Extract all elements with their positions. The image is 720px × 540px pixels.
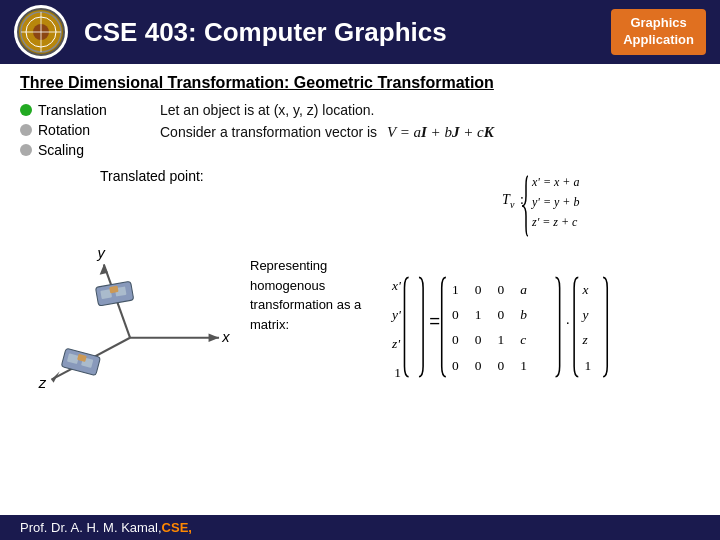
svg-text:=: =	[429, 310, 440, 331]
main-content: Three Dimensional Transformation: Geomet…	[0, 64, 720, 414]
translated-equations: T v : x' = x + a y' = y + b z' = z + c	[500, 168, 680, 242]
bullet-translation	[20, 104, 32, 116]
svg-text:z': z'	[391, 336, 401, 351]
svg-text:1: 1	[520, 358, 527, 373]
svg-text:z: z	[38, 375, 47, 391]
svg-text:y: y	[97, 245, 107, 261]
svg-text:a: a	[520, 282, 527, 297]
axes-diagram: z y x	[20, 242, 240, 406]
axes-svg: z y x	[20, 242, 240, 402]
trans-eq-svg: T v : x' = x + a y' = y + b z' = z + c	[500, 168, 680, 238]
svg-text:0: 0	[498, 358, 505, 373]
list-item-rotation: Rotation	[20, 122, 150, 138]
svg-text:0: 0	[452, 358, 459, 373]
represent-text: Representing homogenous transformation a…	[250, 256, 380, 334]
svg-text:y': y'	[390, 307, 402, 322]
bottom-row: z y x	[20, 242, 700, 406]
svg-text:x: x	[581, 282, 588, 297]
svg-text:z' = z + c: z' = z + c	[531, 215, 578, 229]
svg-text:v: v	[510, 199, 515, 210]
svg-text:0: 0	[475, 332, 482, 347]
svg-text:z: z	[581, 332, 588, 347]
header: CSE 403: Computer Graphics Graphics Appl…	[0, 0, 720, 64]
translated-label: Translated point:	[100, 168, 204, 184]
svg-text:1: 1	[394, 365, 401, 380]
svg-text:b: b	[520, 307, 527, 322]
svg-text:1: 1	[584, 358, 591, 373]
svg-text:0: 0	[452, 307, 459, 322]
bullet-rotation	[20, 124, 32, 136]
svg-text:y' = y + b: y' = y + b	[531, 195, 579, 209]
svg-text:0: 0	[452, 332, 459, 347]
svg-text:0: 0	[498, 307, 505, 322]
svg-text:0: 0	[475, 358, 482, 373]
svg-text:1: 1	[452, 282, 459, 297]
svg-text:x' = x + a: x' = x + a	[531, 175, 579, 189]
svg-text:1: 1	[475, 307, 482, 322]
svg-text:x: x	[221, 329, 230, 345]
matrix-area: Representing homogenous transformation a…	[240, 246, 700, 396]
content-line2: Consider a transformation vector is V = …	[160, 124, 700, 141]
left-panel: Translation Rotation Scaling	[20, 102, 150, 162]
svg-text:x': x'	[391, 278, 402, 293]
svg-marker-19	[209, 334, 219, 342]
matrix-equation-svg: x' y' z' 1 = 1 0 0 a 0	[390, 256, 690, 396]
list-item-scaling: Scaling	[20, 142, 150, 158]
formula-vector: V = aI + bJ + cK	[387, 124, 494, 140]
svg-text:0: 0	[475, 282, 482, 297]
logo-circle	[17, 8, 65, 56]
svg-text:y: y	[580, 307, 588, 322]
page-title: CSE 403: Computer Graphics	[84, 17, 611, 48]
svg-text::: :	[520, 192, 524, 207]
content-line1: Let an object is at (x, y, z) location.	[160, 102, 700, 118]
svg-text:0: 0	[498, 282, 505, 297]
section-title: Three Dimensional Transformation: Geomet…	[20, 74, 700, 92]
bullet-scaling	[20, 144, 32, 156]
content-row: Translation Rotation Scaling Let an obje…	[20, 102, 700, 162]
translated-row: Translated point: T v : x' = x + a y' = …	[20, 168, 700, 242]
list-item-translation: Translation	[20, 102, 150, 118]
header-badge: Graphics Application	[611, 9, 706, 55]
svg-text:1: 1	[498, 332, 505, 347]
svg-text:·: ·	[566, 314, 570, 330]
footer: Prof. Dr. A. H. M. Kamal, CSE,	[0, 515, 720, 540]
svg-text:c: c	[520, 332, 526, 347]
logo	[14, 5, 68, 59]
right-panel: Let an object is at (x, y, z) location. …	[160, 102, 700, 162]
